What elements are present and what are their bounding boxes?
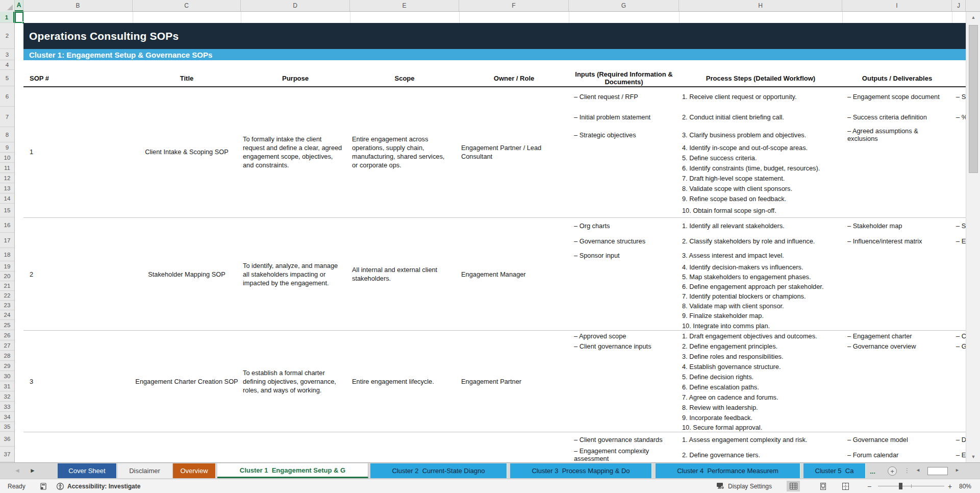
cell-sop-steps[interactable]: 1. Assess engagement complexity and risk… [679,432,842,462]
row-header-35[interactable]: 35 [0,422,14,432]
scroll-down-arrow-icon[interactable]: ▼ [966,451,980,462]
row-header-7[interactable]: 7 [0,107,14,127]
display-settings-label[interactable]: Display Settings [728,479,772,493]
column-header-I[interactable]: I [842,0,952,11]
row-header-33[interactable]: 33 [0,402,14,412]
cell-sop-outputs[interactable]: – Governance model– Forum calendar [842,432,952,462]
column-header-E[interactable]: E [350,0,459,11]
hscroll-right-arrow-icon[interactable]: ► [955,467,960,473]
row-header-28[interactable]: 28 [0,351,14,361]
cell-sop-kpis-clipped[interactable]: – De– Es [952,432,966,462]
row-header-22[interactable]: 22 [0,291,14,301]
row-header-6[interactable]: 6 [0,86,14,107]
row-header-25[interactable]: 25 [0,320,14,330]
accessibility-status-label[interactable]: Accessibility: Investigate [67,479,140,493]
hscroll-left-arrow-icon[interactable]: ◄ [916,467,920,473]
tab-cluster-4[interactable]: Cluster 4 Performance Measurem [656,463,800,478]
cell-sop-steps[interactable]: 1. Identify all relevant stakeholders.2.… [679,218,842,330]
next-sheet-arrow-icon[interactable]: ► [30,467,36,474]
header-purpose[interactable]: Purpose [241,70,350,86]
cell-sop-scope[interactable]: All internal and external client stakeho… [350,218,459,330]
column-header-H[interactable]: H [679,0,842,11]
vertical-scrollbar[interactable]: ▲ ▼ [966,12,980,462]
row-header-5[interactable]: 5 [0,70,14,86]
cell-sop-inputs[interactable]: – Client request / RFP– Initial problem … [569,86,679,217]
header-sop-number[interactable]: SOP # [23,70,133,86]
row-header-20[interactable]: 20 [0,272,14,281]
header-owner[interactable]: Owner / Role [459,70,569,86]
cell-sop-owner[interactable]: Engagement Partner [459,331,569,432]
row-header-12[interactable]: 12 [0,173,14,183]
zoom-out-button[interactable]: − [867,479,871,493]
header-steps[interactable]: Process Steps (Detailed Workflow) [679,70,842,86]
cell-sop-scope[interactable]: Entire engagement lifecycle. [350,331,459,432]
cell-sop-owner[interactable]: Engagement Manager [459,218,569,330]
row-header-17[interactable]: 17 [0,233,14,248]
row-header-24[interactable]: 24 [0,310,14,320]
tab-disclaimer[interactable]: Disclaimer [118,463,172,478]
cell-sop-number[interactable]: 1 [23,86,133,217]
sheet-grid[interactable]: Operations Consulting SOPs Cluster 1: En… [15,12,966,462]
row-header-13[interactable]: 13 [0,183,14,193]
cell-sop-inputs[interactable]: – Org charts– Governance structures– Spo… [569,218,679,330]
cell-sop-outputs[interactable]: – Engagement scope document– Success cri… [842,86,952,217]
cell-sop-purpose[interactable]: To identify, analyze, and manage all sta… [241,218,350,330]
tab-cluster-2[interactable]: Cluster 2 Current-State Diagno [370,463,507,478]
row-header-14[interactable]: 14 [0,193,14,204]
sheet-title-bar[interactable]: Operations Consulting SOPs [23,23,966,49]
cell-sop-purpose[interactable]: To establish a formal charter defining o… [241,331,350,432]
column-header-G[interactable]: G [569,0,679,11]
column-header-F[interactable]: F [459,0,569,11]
row-header-8[interactable]: 8 [0,127,14,142]
row-header-29[interactable]: 29 [0,361,14,371]
row-header-16[interactable]: 16 [0,217,14,233]
cell-sop-steps[interactable]: 1. Receive client request or opportunity… [679,86,842,217]
macro-record-icon[interactable] [40,479,47,493]
row-header-23[interactable]: 23 [0,301,14,310]
display-settings-icon[interactable] [716,479,725,493]
accessibility-icon[interactable] [56,479,64,493]
row-header-2[interactable]: 2 [0,23,14,49]
row-header-37[interactable]: 37 [0,447,14,462]
row-header-10[interactable]: 10 [0,153,14,163]
tab-cover-sheet[interactable]: Cover Sheet [58,463,117,478]
row-header-31[interactable]: 31 [0,381,14,391]
view-normal-button[interactable] [787,481,800,491]
header-inputs[interactable]: Inputs (Required Information & Documents… [569,70,679,86]
row-header-26[interactable]: 26 [0,330,14,340]
cell-sop-owner[interactable]: Engagement Partner / Lead Consultant [459,86,569,217]
row-header-36[interactable]: 36 [0,432,14,447]
select-all-corner[interactable] [0,0,15,12]
zoom-in-button[interactable]: + [948,479,952,493]
horizontal-scroll-thumb[interactable] [927,467,948,475]
cell-sop-title[interactable]: Stakeholder Mapping SOP [133,218,241,330]
row-header-9[interactable]: 9 [0,142,14,153]
cell-sop-number[interactable]: 3 [23,331,133,432]
cell-sop-title[interactable]: Engagement Charter Creation SOP [133,331,241,432]
cluster-subtitle-bar[interactable]: Cluster 1: Engagement Setup & Governance… [23,49,966,60]
zoom-percent-label[interactable]: 80% [959,479,971,493]
zoom-slider-thumb[interactable] [899,483,902,489]
row-header-15[interactable]: 15 [0,204,14,217]
cell-sop-kpis-clipped[interactable]: – St– Er [952,218,966,330]
column-header-B[interactable]: B [23,0,133,11]
tab-cluster-5-clipped[interactable]: Cluster 5 Ca [803,463,866,478]
more-sheets-ellipsis[interactable]: ... [870,467,875,475]
row-header-11[interactable]: 11 [0,163,14,173]
row-header-1[interactable]: 1 [0,12,14,23]
view-page-break-button[interactable] [839,481,852,491]
row-header-32[interactable]: 32 [0,391,14,402]
prev-sheet-arrow-icon[interactable]: ◄ [14,467,20,474]
cell-sop-kpis-clipped[interactable]: – Ch– Go [952,331,966,432]
cell-sop-title[interactable]: Client Intake & Scoping SOP [133,86,241,217]
row-header-27[interactable]: 27 [0,340,14,351]
row-header-3[interactable]: 3 [0,49,14,60]
cell-sop-inputs[interactable]: – Client governance standards– Engagemen… [569,432,679,462]
header-title[interactable]: Title [133,70,241,86]
row-header-21[interactable]: 21 [0,281,14,291]
tab-cluster-3[interactable]: Cluster 3 Process Mapping & Do [510,463,652,478]
column-header-J[interactable]: J [952,0,966,11]
cell-sop-steps[interactable]: 1. Draft engagement objectives and outco… [679,331,842,432]
row-header-18[interactable]: 18 [0,248,14,261]
row-header-4[interactable]: 4 [0,60,14,70]
